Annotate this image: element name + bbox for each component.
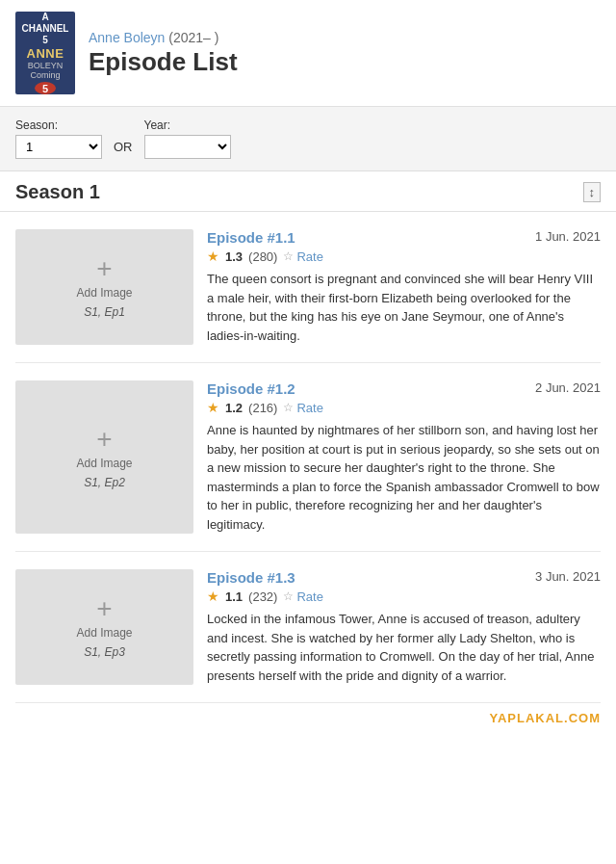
ep-rate-label-3: Rate	[296, 589, 322, 604]
ep-desc-2: Anne is haunted by nightmares of her sti…	[207, 421, 601, 534]
show-poster: A CHANNEL 5 ANNE BOLEYN Coming 5	[15, 12, 75, 94]
season-label: Season:	[15, 118, 102, 132]
page-title: Episode List	[89, 47, 238, 77]
show-title-link[interactable]: Anne Boleyn	[89, 30, 165, 45]
add-image-plus-icon-2: +	[96, 426, 112, 453]
ep-rate-star-icon-3: ☆	[283, 589, 294, 603]
ep-date-2: 2 Jun. 2021	[535, 380, 601, 395]
ep-votes-1: (280)	[248, 249, 277, 264]
season-filter-group: Season: 1	[15, 118, 102, 159]
ep-rate-link-1[interactable]: ☆ Rate	[283, 249, 322, 264]
ep-rate-link-3[interactable]: ☆ Rate	[283, 589, 322, 604]
ep-score-2: 1.2	[225, 401, 243, 415]
poster-channel-text: A CHANNEL 5	[15, 12, 75, 46]
ep-title-link-1[interactable]: Episode #1.1	[207, 229, 295, 246]
year-filter-group: Year:	[144, 118, 231, 159]
ep-rating-row-2: ★ 1.2 (216) ☆ Rate	[207, 400, 601, 415]
ep-top-row-1: Episode #1.1 1 Jun. 2021	[207, 229, 601, 246]
add-image-label-3: Add Image	[76, 626, 132, 640]
poster-show-sub: BOLEYN	[28, 61, 64, 70]
ep-rate-label-1: Rate	[296, 249, 322, 264]
ep-date-1: 1 Jun. 2021	[535, 229, 601, 244]
show-title-line: Anne Boleyn (2021– )	[89, 30, 238, 45]
ep-rating-row-1: ★ 1.3 (280) ☆ Rate	[207, 249, 601, 264]
ep-votes-2: (216)	[248, 401, 277, 415]
ep-thumb-label-3: S1, Ep3	[84, 645, 125, 659]
ep-thumbnail-3[interactable]: + Add Image S1, Ep3	[15, 569, 193, 685]
ep-top-row-2: Episode #1.2 2 Jun. 2021	[207, 380, 601, 397]
ep-thumbnail-2[interactable]: + Add Image S1, Ep2	[15, 380, 193, 534]
add-image-label-1: Add Image	[76, 286, 132, 300]
or-label: OR	[114, 140, 133, 154]
season-heading: Season 1	[15, 181, 100, 203]
table-row: + Add Image S1, Ep1 Episode #1.1 1 Jun. …	[15, 212, 601, 363]
ep-details-1: Episode #1.1 1 Jun. 2021 ★ 1.3 (280) ☆ R…	[207, 229, 601, 345]
ep-votes-3: (232)	[248, 589, 277, 604]
show-year: (2021– )	[168, 30, 218, 45]
filters-bar: Season: 1 OR Year:	[0, 107, 616, 171]
year-label: Year:	[144, 118, 231, 132]
ep-details-3: Episode #1.3 3 Jun. 2021 ★ 1.1 (232) ☆ R…	[207, 569, 601, 685]
ep-rate-link-2[interactable]: ☆ Rate	[283, 401, 322, 415]
ep-star-icon-3: ★	[207, 589, 219, 604]
ep-rating-row-3: ★ 1.1 (232) ☆ Rate	[207, 589, 601, 604]
watermark: YAPLAKAL.COM	[0, 703, 616, 733]
ep-rate-star-icon-1: ☆	[283, 249, 294, 263]
ep-star-icon-2: ★	[207, 400, 219, 415]
ep-thumb-label-2: S1, Ep2	[84, 476, 125, 489]
table-row: + Add Image S1, Ep3 Episode #1.3 3 Jun. …	[15, 552, 601, 703]
ep-details-2: Episode #1.2 2 Jun. 2021 ★ 1.2 (216) ☆ R…	[207, 380, 601, 534]
year-select[interactable]	[144, 135, 231, 159]
add-image-plus-icon: +	[96, 255, 112, 282]
page-header: A CHANNEL 5 ANNE BOLEYN Coming 5 Anne Bo…	[0, 0, 616, 107]
ep-rate-star-icon-2: ☆	[283, 401, 294, 414]
ep-star-icon-1: ★	[207, 249, 219, 264]
table-row: + Add Image S1, Ep2 Episode #1.2 2 Jun. …	[15, 363, 601, 552]
add-image-label-2: Add Image	[76, 457, 132, 470]
ep-score-1: 1.3	[225, 249, 243, 264]
poster-show-name: ANNE	[27, 46, 64, 61]
ep-thumb-label-1: S1, Ep1	[84, 305, 125, 319]
season-select[interactable]: 1	[15, 135, 102, 159]
season-heading-bar: Season 1 ↕	[0, 171, 616, 212]
episode-list: + Add Image S1, Ep1 Episode #1.1 1 Jun. …	[0, 212, 616, 703]
ep-thumbnail-1[interactable]: + Add Image S1, Ep1	[15, 229, 193, 345]
ep-date-3: 3 Jun. 2021	[535, 569, 601, 584]
poster-coming-text: Coming	[30, 70, 60, 80]
add-image-plus-icon-3: +	[96, 595, 112, 622]
ep-rate-label-2: Rate	[296, 401, 322, 415]
ep-title-link-2[interactable]: Episode #1.2	[207, 380, 295, 397]
header-text-block: Anne Boleyn (2021– ) Episode List	[89, 30, 238, 77]
ep-top-row-3: Episode #1.3 3 Jun. 2021	[207, 569, 601, 586]
ep-desc-3: Locked in the infamous Tower, Anne is ac…	[207, 610, 601, 685]
ep-title-link-3[interactable]: Episode #1.3	[207, 569, 295, 586]
poster-channel-badge: 5	[35, 82, 56, 94]
ep-desc-1: The queen consort is pregnant and convin…	[207, 270, 601, 345]
ep-score-3: 1.1	[225, 589, 243, 604]
sort-icon[interactable]: ↕	[583, 182, 602, 202]
